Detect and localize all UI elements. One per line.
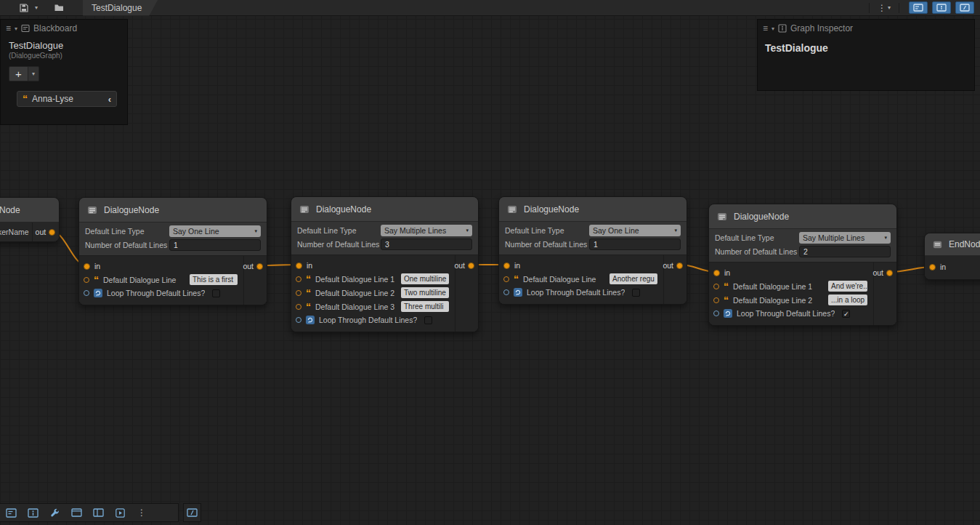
dialogue-line-port[interactable] — [296, 304, 301, 310]
loop-checkbox[interactable] — [632, 289, 640, 297]
node-title-bar[interactable]: DialogueNode — [709, 204, 896, 229]
folder-icon — [54, 3, 64, 12]
out-port[interactable] — [468, 262, 474, 269]
num-default-lines-field[interactable]: 1 — [169, 239, 261, 251]
collapse-caret-icon[interactable]: ▾ — [772, 25, 774, 32]
collapse-caret-icon[interactable]: ▾ — [15, 25, 17, 32]
node-title-bar[interactable]: Node — [0, 198, 59, 223]
top-toolbar: ▾ TestDialogue ⋮ ▾ — [0, 0, 980, 16]
node-title-bar[interactable]: DialogueNode — [291, 197, 478, 222]
loop-checkbox[interactable] — [212, 289, 220, 297]
prop-label: Number of Default Lines — [715, 247, 799, 256]
loop-port[interactable] — [296, 317, 301, 323]
out-port[interactable] — [256, 263, 263, 270]
panel-split-button[interactable] — [92, 506, 105, 519]
in-port[interactable] — [503, 262, 510, 269]
add-property-button[interactable]: + — [9, 66, 28, 81]
window-button[interactable] — [70, 506, 83, 519]
play-preview-button[interactable] — [113, 506, 126, 519]
toggle-blackboard-button[interactable] — [909, 1, 928, 14]
line-type-dropdown[interactable]: Say One Line ▾ — [169, 225, 261, 237]
blackboard-toggle-button[interactable] — [4, 506, 17, 519]
options-menu-button[interactable]: ⋮ ▾ — [875, 1, 894, 15]
num-default-lines-field[interactable]: 1 — [589, 239, 681, 250]
dialogue-node-icon — [299, 204, 310, 215]
prop-label: Number of Default Lines — [85, 241, 169, 249]
node-title-bar[interactable]: DialogueNode — [499, 197, 687, 222]
collapse-field-icon[interactable]: ‹ — [108, 94, 111, 105]
out-port[interactable] — [676, 262, 683, 269]
dialogue-node-3[interactable]: DialogueNode Default Line Type Say One L… — [498, 196, 687, 305]
num-default-lines-field[interactable]: 3 — [381, 239, 472, 250]
output-container: out — [873, 262, 896, 325]
quote-icon: “ — [724, 284, 729, 289]
in-port[interactable] — [929, 264, 936, 270]
line-type-dropdown[interactable]: Say Multiple Lines ▾ — [799, 232, 891, 244]
in-port[interactable] — [84, 263, 90, 270]
dialogue-line-port[interactable] — [84, 277, 89, 283]
toggle-inspector-button[interactable] — [932, 1, 951, 14]
dialogue-node-1[interactable]: DialogueNode Default Line Type Say One L… — [78, 197, 267, 305]
loop-checkbox[interactable] — [424, 316, 432, 324]
dialogue-line-port[interactable] — [296, 290, 301, 296]
open-asset-button[interactable] — [51, 1, 67, 15]
dialogue-line-label: Default Dialogue Line 2 — [315, 289, 397, 297]
dialogue-line-port[interactable] — [713, 284, 719, 289]
add-property-dropdown-button[interactable]: ▾ — [28, 66, 39, 81]
save-icon — [19, 3, 29, 13]
dialogue-line-port[interactable] — [296, 276, 301, 282]
dropdown-value: Say One Line — [593, 226, 639, 235]
dialogue-line-field[interactable]: This is a first — [190, 274, 238, 285]
dialogue-line-field[interactable]: Three multili — [401, 301, 449, 312]
dialogue-node-4[interactable]: DialogueNode Default Line Type Say Multi… — [708, 204, 897, 326]
blackboard-panel: ≡ ▾ Blackboard TestDialogue (DialogueGra… — [0, 19, 128, 125]
toggle-preview-button[interactable] — [955, 1, 974, 14]
in-port-label: in — [514, 261, 520, 270]
kebab-icon: ⋮ — [878, 4, 886, 12]
line-type-dropdown[interactable]: Say One Line ▾ — [589, 225, 681, 236]
dialogue-line-label: Default Dialogue Line — [523, 275, 605, 284]
out-port[interactable] — [49, 229, 55, 236]
breadcrumb-tab[interactable]: TestDialogue — [83, 0, 158, 16]
dialogue-line-field[interactable]: Another regu — [610, 273, 657, 284]
loop-port[interactable] — [84, 290, 89, 296]
node-properties: Default Line Type Say Multiple Lines ▾ N… — [709, 229, 896, 262]
graph-inspector-header-label: Graph Inspector — [790, 23, 853, 33]
loop-icon — [514, 288, 522, 297]
out-port-label: out — [663, 261, 673, 270]
in-port[interactable] — [713, 270, 720, 276]
dialogue-node-2[interactable]: DialogueNode Default Line Type Say Multi… — [291, 196, 479, 332]
menu-icon[interactable]: ≡ — [6, 23, 11, 33]
dialogue-line-field[interactable]: ...in a loop — [828, 294, 867, 305]
loop-port[interactable] — [713, 310, 719, 316]
blackboard-header[interactable]: ≡ ▾ Blackboard — [1, 20, 127, 37]
dialogue-line-port[interactable] — [503, 276, 509, 282]
save-button[interactable] — [16, 1, 32, 15]
inspector-toggle-button[interactable] — [26, 506, 39, 519]
in-port[interactable] — [296, 262, 302, 269]
out-port[interactable] — [886, 270, 893, 276]
dialogue-line-field[interactable]: And we're... — [828, 281, 867, 292]
code-preview-button[interactable] — [183, 503, 201, 522]
loop-label: Loop Through Default Lines? — [527, 288, 625, 297]
node-title-bar[interactable]: EndNode — [925, 233, 980, 256]
menu-icon[interactable]: ≡ — [763, 23, 768, 33]
blackboard-icon — [6, 508, 17, 518]
dialogue-line-field[interactable]: Two multiline — [401, 287, 449, 298]
line-type-dropdown[interactable]: Say Multiple Lines ▾ — [381, 225, 472, 236]
node-title-bar[interactable]: DialogueNode — [79, 198, 267, 223]
prop-label: Default Line Type — [505, 226, 589, 235]
loop-port[interactable] — [503, 289, 509, 295]
save-dropdown-button[interactable]: ▾ — [32, 1, 41, 15]
dialogue-line-field[interactable]: One multiline — [401, 273, 449, 284]
num-default-lines-field[interactable]: 2 — [799, 246, 891, 257]
more-options-button[interactable]: ⋮ — [135, 506, 148, 519]
loop-checkbox[interactable]: ✓ — [842, 310, 850, 318]
end-node[interactable]: EndNode in — [924, 233, 980, 280]
settings-button[interactable] — [48, 506, 61, 519]
dialogue-line-port[interactable] — [713, 297, 719, 303]
info-icon — [778, 24, 787, 33]
blackboard-field-anna-lyse[interactable]: “ Anna-Lyse ‹ — [17, 91, 117, 107]
graph-inspector-header[interactable]: ≡ ▾ Graph Inspector — [758, 20, 974, 37]
speaker-node[interactable]: Node kerName out — [0, 197, 60, 242]
